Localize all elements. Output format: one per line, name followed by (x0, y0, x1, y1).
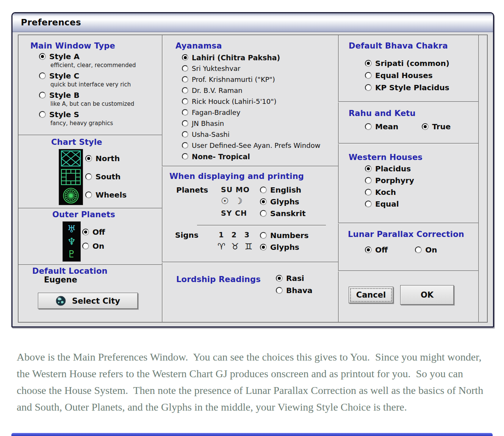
radio-button[interactable] (39, 111, 46, 118)
window-titlebar[interactable]: Preferences (13, 13, 493, 32)
radio-option[interactable]: Sri Yukteshvar (182, 63, 320, 74)
radio-option[interactable]: Porphyry (365, 174, 414, 186)
radio-option[interactable]: Rasi (276, 272, 313, 284)
radio-option[interactable]: Usha-Sashi (182, 129, 320, 140)
radio-button[interactable] (39, 92, 46, 99)
pluto-glyph-icon: ♇ (67, 248, 76, 260)
radio-option[interactable]: English (260, 184, 306, 196)
radio-button[interactable] (39, 72, 46, 79)
radio-option[interactable]: South (85, 168, 127, 186)
cancel-button[interactable]: Cancel (349, 287, 393, 303)
radio-button[interactable] (276, 275, 283, 282)
outer-planets-options: Off On (82, 225, 105, 253)
radio-button[interactable] (365, 123, 372, 130)
radio-button[interactable] (422, 123, 429, 130)
radio-button[interactable] (182, 54, 188, 61)
radio-label: KP Style Placidus (375, 83, 449, 92)
radio-option[interactable]: Sripati (common) (365, 57, 449, 69)
radio-option[interactable]: Glyphs (260, 241, 308, 253)
option-description: efficient, clear, recommended (50, 61, 136, 69)
radio-button[interactable] (182, 65, 188, 72)
radio-button[interactable] (365, 165, 372, 172)
radio-option[interactable]: Style S fancy, heavy graphics (39, 109, 136, 127)
radio-option[interactable]: True (422, 121, 451, 132)
radio-button[interactable] (182, 142, 188, 149)
radio-button[interactable] (85, 155, 92, 162)
radio-button[interactable] (260, 232, 267, 239)
radio-button[interactable] (260, 187, 267, 193)
section-heading-rahu-ketu: Rahu and Ketu (349, 109, 416, 118)
radio-label: Sanskrit (270, 209, 306, 218)
radio-option[interactable]: Wheels (85, 186, 127, 204)
planets-label: Planets (176, 185, 208, 194)
radio-button[interactable] (365, 60, 372, 67)
select-city-button[interactable]: Select City (38, 293, 138, 309)
radio-label: North (95, 154, 120, 163)
radio-option[interactable]: Placidus (365, 163, 414, 174)
radio-label: Porphyry (375, 176, 414, 185)
radio-button[interactable] (182, 120, 188, 127)
radio-button[interactable] (182, 76, 188, 83)
radio-option[interactable]: Bhava (276, 284, 313, 296)
radio-button[interactable] (260, 244, 267, 251)
radio-label: True (432, 122, 451, 131)
radio-option[interactable]: User Defined-See Ayan. Prefs Window (182, 140, 320, 151)
radio-option[interactable]: Koch (365, 186, 414, 198)
radio-option[interactable]: On (82, 239, 105, 253)
radio-button[interactable] (365, 201, 372, 207)
ok-button[interactable]: OK (400, 285, 454, 305)
radio-option[interactable]: Numbers (260, 229, 308, 241)
radio-button[interactable] (365, 177, 372, 184)
radio-label: Off (375, 245, 388, 254)
radio-option[interactable]: Fagan-Bradley (182, 107, 320, 118)
radio-label: Prof. Krishnamurti ("KP") (192, 75, 275, 83)
radio-button[interactable] (260, 198, 267, 205)
radio-button[interactable] (182, 109, 188, 116)
caption-paragraph: Above is the Main Preferences Window. Yo… (17, 349, 491, 416)
radio-option[interactable]: Equal (365, 198, 414, 210)
radio-button[interactable] (365, 189, 372, 196)
radio-button[interactable] (82, 243, 89, 249)
outer-planets-glyph-box: ♅ ♆ ♇ (63, 221, 81, 262)
radio-option[interactable]: On (415, 244, 437, 256)
radio-option[interactable]: JN Bhasin (182, 118, 320, 129)
radio-button[interactable] (415, 246, 422, 253)
radio-option[interactable]: North (85, 149, 127, 168)
radio-option[interactable]: None- Tropical (182, 151, 320, 162)
radio-option[interactable]: Style B like A, but can be customized (39, 90, 136, 108)
radio-option[interactable]: Off (365, 244, 388, 256)
radio-button[interactable] (276, 287, 283, 294)
radio-button[interactable] (85, 173, 92, 180)
radio-option[interactable]: KP Style Placidus (365, 82, 449, 94)
radio-button[interactable] (85, 191, 92, 198)
radio-option[interactable]: Sanskrit (260, 207, 306, 219)
subsection-divider (197, 225, 326, 226)
planet-example-text: SU MO (221, 185, 250, 194)
radio-label: Equal Houses (375, 71, 433, 80)
radio-option[interactable]: Glyphs (260, 196, 306, 207)
radio-option[interactable]: Style C quick but interface very rich (39, 71, 136, 89)
radio-button[interactable] (182, 131, 188, 138)
radio-button[interactable] (182, 153, 188, 160)
radio-button[interactable] (365, 84, 372, 91)
western-houses-options: Placidus Porphyry Koch Equal (365, 163, 414, 210)
radio-option[interactable]: Mean (365, 121, 398, 132)
radio-button[interactable] (365, 72, 372, 79)
radio-option[interactable]: Lahiri (Chitra Paksha) (182, 52, 320, 63)
radio-button[interactable] (39, 53, 46, 60)
radio-option[interactable]: Style A efficient, clear, recommended (39, 51, 136, 69)
radio-button[interactable] (182, 98, 188, 105)
radio-option[interactable]: Dr. B.V. Raman (182, 85, 320, 96)
radio-button[interactable] (365, 246, 372, 253)
radio-option[interactable]: Off (82, 225, 105, 239)
south-indian-chart-icon (61, 169, 81, 185)
radio-option[interactable]: Rick Houck (Lahiri-5'10") (182, 96, 320, 107)
radio-button[interactable] (182, 87, 188, 94)
radio-button[interactable] (260, 210, 267, 217)
radio-label: Style S (49, 110, 79, 119)
radio-option[interactable]: Equal Houses (365, 69, 449, 82)
radio-label: Bhava (286, 286, 313, 295)
radio-option[interactable]: Prof. Krishnamurti ("KP") (182, 74, 320, 85)
wheel-chart-icon (61, 187, 81, 204)
radio-button[interactable] (82, 229, 89, 235)
